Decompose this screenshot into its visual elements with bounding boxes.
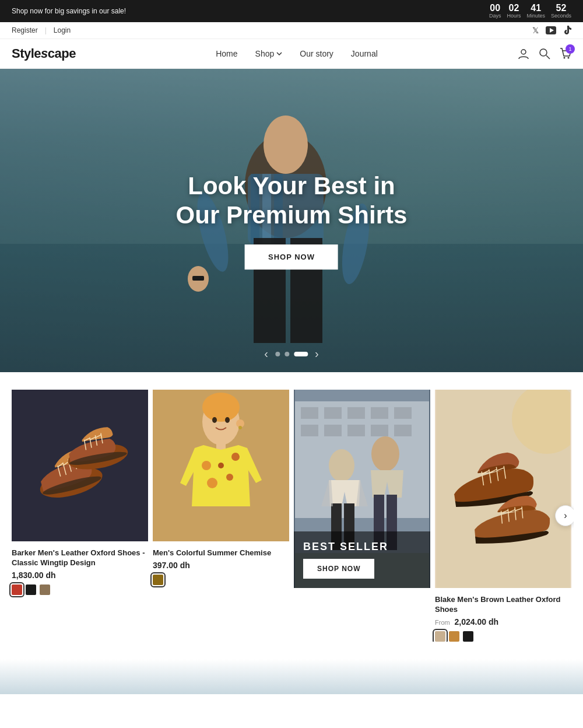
logo[interactable]: Stylescape [12, 46, 76, 61]
svg-point-2 [521, 50, 526, 54]
nav-shop-label: Shop [255, 49, 275, 58]
shoes-illustration-4 [436, 390, 570, 588]
countdown: 00 Days 02 Hours 41 Minutes 52 Seconds [489, 4, 571, 19]
svg-rect-62 [347, 425, 365, 436]
slider-dot-2[interactable] [285, 352, 289, 356]
slider-dots [275, 352, 308, 356]
utility-nav: Register | Login 𝕏 [0, 22, 583, 39]
product-price-2: 397.00 dh [153, 561, 289, 570]
nav-journal[interactable]: Journal [351, 49, 378, 58]
bestseller-overlay: BEST SELLER SHOP NOW [294, 531, 430, 588]
product-card-3: BEST SELLER SHOP NOW [292, 390, 433, 642]
countdown-days: 00 Days [489, 4, 501, 19]
tiktok-icon[interactable] [563, 26, 571, 35]
logo-text: Stylescape [12, 46, 76, 61]
main-nav: Home Shop Our story Journal [216, 49, 378, 58]
svg-point-45 [231, 453, 240, 461]
countdown-seconds-value: 52 [556, 4, 567, 13]
svg-point-48 [218, 463, 224, 468]
chevron-down-icon [276, 52, 282, 55]
countdown-minutes-label: Minutes [526, 13, 545, 19]
countdown-minutes-value: 41 [531, 4, 541, 13]
swatch-4-caramel[interactable] [449, 631, 459, 642]
svg-point-69 [371, 436, 399, 471]
svg-rect-63 [371, 425, 388, 436]
countdown-days-label: Days [489, 13, 501, 19]
svg-rect-56 [324, 407, 342, 419]
swatch-4-beige[interactable] [435, 631, 445, 642]
top-banner: Shop now for big savings in our sale! 00… [0, 0, 583, 22]
product-grid-next-button[interactable]: › [555, 505, 574, 526]
product-name-1: Barker Men's Leather Oxford Shoes - Clas… [12, 548, 148, 568]
register-link[interactable]: Register [12, 26, 38, 34]
svg-rect-43 [216, 441, 226, 450]
product-price-1: 1,830.00 dh [12, 570, 148, 580]
svg-line-4 [546, 55, 550, 59]
svg-point-52 [238, 426, 242, 429]
product-swatches-2 [153, 575, 289, 585]
product-card-1: Barker Men's Leather Oxford Shoes - Clas… [9, 390, 150, 642]
countdown-seconds-label: Seconds [551, 13, 571, 19]
swatch-2-brown[interactable] [153, 575, 163, 585]
banner-message: Shop now for big savings in our sale! [12, 7, 489, 15]
countdown-hours: 02 Hours [507, 4, 521, 19]
youtube-icon[interactable] [546, 26, 556, 34]
svg-point-50 [225, 417, 230, 423]
cart-icon[interactable]: 1 [560, 48, 571, 60]
main-header: Stylescape Home Shop Our story Journal 1 [0, 39, 583, 69]
svg-rect-60 [301, 425, 318, 436]
countdown-seconds: 52 Seconds [551, 4, 571, 19]
nav-home[interactable]: Home [216, 49, 237, 58]
svg-point-5 [564, 57, 566, 59]
bestseller-label: BEST SELLER [303, 541, 421, 553]
cart-badge: 1 [566, 44, 575, 54]
product-price-value-4: 2,024.00 dh [455, 617, 499, 626]
swatch-1-tan[interactable] [40, 584, 50, 595]
hero-title: Look Your Best inOur Premium Shirts [176, 172, 408, 230]
utility-nav-left: Register | Login [12, 26, 71, 34]
countdown-hours-value: 02 [509, 4, 519, 13]
svg-point-6 [568, 57, 570, 59]
search-icon[interactable] [539, 48, 550, 60]
product-card-2: Men's Colorful Summer Chemise 397.00 dh [150, 390, 292, 642]
product-image-1[interactable] [12, 390, 148, 541]
svg-rect-55 [301, 407, 318, 419]
slider-dot-3[interactable] [294, 352, 308, 356]
countdown-hours-label: Hours [507, 13, 521, 19]
slider-controls: ‹ › [264, 347, 318, 360]
account-icon[interactable] [518, 48, 529, 60]
login-link[interactable]: Login [54, 26, 71, 34]
product-image-3[interactable]: BEST SELLER SHOP NOW [294, 390, 430, 588]
countdown-minutes: 41 Minutes [526, 4, 545, 19]
product-card-4: Blake Men's Brown Leather Oxford Shoes F… [433, 390, 574, 642]
slider-next-button[interactable]: › [315, 347, 319, 360]
nav-shop[interactable]: Shop [255, 49, 283, 58]
product-image-2[interactable] [153, 390, 289, 541]
svg-point-42 [202, 393, 240, 422]
product-price-4: From 2,024.00 dh [435, 617, 571, 626]
swatch-1-red[interactable] [12, 584, 22, 595]
svg-rect-58 [371, 407, 388, 419]
product-image-4[interactable] [435, 390, 571, 588]
bestseller-shop-now-button[interactable]: SHOP NOW [303, 559, 374, 579]
svg-rect-61 [324, 425, 342, 436]
product-name-2: Men's Colorful Summer Chemise [153, 548, 289, 558]
product-grid: Barker Men's Leather Oxford Shoes - Clas… [9, 390, 574, 642]
product-name-4: Blake Men's Brown Leather Oxford Shoes [435, 595, 571, 615]
social-links: 𝕏 [532, 26, 571, 35]
swatch-4-black[interactable] [463, 631, 473, 642]
product-swatches-4 [435, 631, 571, 642]
swatch-1-black[interactable] [26, 584, 36, 595]
twitter-icon[interactable]: 𝕏 [532, 26, 539, 35]
svg-rect-64 [394, 425, 412, 436]
bottom-section [0, 659, 583, 694]
slider-prev-button[interactable]: ‹ [264, 347, 268, 360]
product-from-4: From [435, 619, 450, 626]
svg-rect-57 [347, 407, 365, 419]
svg-point-49 [212, 417, 217, 423]
svg-point-44 [202, 461, 211, 470]
nav-our-story[interactable]: Our story [300, 49, 333, 58]
hero-shop-now-button[interactable]: SHOP NOW [245, 244, 338, 270]
slider-dot-1[interactable] [275, 352, 280, 356]
svg-rect-59 [394, 407, 412, 419]
